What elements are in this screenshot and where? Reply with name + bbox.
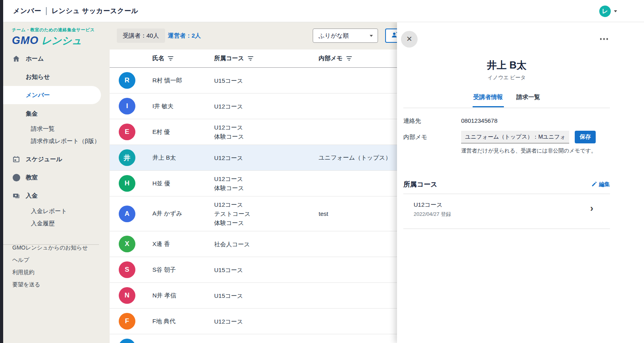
row-avatar-cell: X <box>110 236 152 252</box>
sidebar: チーム・教室のための連絡集金サービス GMOレンシュ ホーム お知らせ メンバー… <box>3 22 110 343</box>
course-line: U15コース <box>214 76 319 85</box>
filter-icon[interactable] <box>248 56 253 61</box>
course-line: U12コース <box>214 317 319 326</box>
member-courses: U12コース <box>214 150 319 166</box>
course-registered-date: 2022/04/27 登録 <box>414 211 451 218</box>
dot-icon <box>606 38 608 40</box>
logo-gmo: GMO <box>12 34 39 46</box>
banknote-icon <box>12 191 21 200</box>
column-memo: 内部メモ <box>319 55 343 62</box>
sidebar-item-schedule[interactable]: スケジュール <box>3 152 110 166</box>
calendar-icon <box>12 155 21 164</box>
course-item[interactable]: U12コース 2022/04/27 登録 › <box>403 199 610 227</box>
row-avatar: 井 <box>119 149 135 166</box>
page-title: メンバー レンシュ サッカースクール <box>13 6 138 15</box>
course-line: U15コース <box>214 265 319 274</box>
member-courses: 社会人コース <box>214 236 319 252</box>
sidebar-item-invoice-list[interactable]: 請求一覧 <box>3 122 110 135</box>
tab-student-info[interactable]: 受講者情報 <box>473 93 504 107</box>
chevron-down-icon <box>370 35 373 37</box>
course-line: U12コース <box>214 123 319 132</box>
account-menu[interactable]: レ <box>599 6 617 17</box>
more-options-button[interactable] <box>600 38 608 40</box>
member-name: S谷 朝子 <box>152 266 214 274</box>
account-avatar[interactable]: レ <box>599 6 611 17</box>
contact-label: 連絡先 <box>403 117 421 125</box>
member-courses: U12コース体験コース <box>214 171 319 196</box>
member-name: R村 慎一郎 <box>152 77 214 84</box>
row-avatar: X <box>119 236 135 252</box>
sidebar-item-deposit-report[interactable]: 入金レポート <box>3 204 110 218</box>
sort-order-value: ふりがな順 <box>319 32 349 40</box>
sidebar-item-notices[interactable]: お知らせ <box>3 70 110 84</box>
chevron-down-icon <box>614 10 617 12</box>
edit-courses-link[interactable]: 編集 <box>591 181 610 188</box>
member-name: 井上 B太 <box>152 154 214 162</box>
footer-link-news[interactable]: GMOレンシュからのお知らせ <box>12 243 88 253</box>
member-name: I井 敏夫 <box>152 103 214 110</box>
home-icon <box>12 54 21 63</box>
member-name: H並 優 <box>152 180 214 187</box>
sidebar-item-deposit-history[interactable]: 入金履歴 <box>3 217 110 230</box>
row-avatar: F <box>119 313 135 330</box>
courses-section-title: 所属コース <box>403 180 437 189</box>
contact-value: 08012345678 <box>461 117 498 124</box>
section-divider <box>403 194 610 194</box>
tab-invoice-list[interactable]: 請求一覧 <box>516 93 541 107</box>
sidebar-item-collection[interactable]: 集金 <box>3 107 110 120</box>
students-count-chip[interactable]: 受講者：40人 <box>117 29 165 43</box>
top-bar: メンバー レンシュ サッカースクール レ <box>3 0 644 22</box>
course-line: 体験コース <box>214 132 319 141</box>
sort-order-select[interactable]: ふりがな順 <box>313 29 378 43</box>
member-full-name: 井上 B太 <box>403 59 610 72</box>
row-avatar-cell: F <box>110 313 152 330</box>
panel-tabs: 受講者情報 請求一覧 <box>403 93 610 107</box>
row-avatar-cell: E <box>110 124 152 140</box>
chevron-right-icon: › <box>590 203 593 214</box>
save-button[interactable]: 保存 <box>575 131 596 143</box>
footer-link-help[interactable]: ヘルプ <box>12 255 29 265</box>
course-line: 社会人コース <box>214 240 319 249</box>
dot-icon <box>600 38 602 40</box>
row-avatar-cell: A <box>110 206 152 222</box>
row-avatar-cell <box>110 339 152 343</box>
row-avatar: H <box>119 175 135 192</box>
close-icon: × <box>407 34 412 44</box>
course-line: 体験コース <box>214 183 319 192</box>
course-line: U12コース <box>214 102 319 111</box>
memo-label: 内部メモ <box>403 133 427 141</box>
course-name: U12コース <box>414 201 443 209</box>
course-line: テストコース <box>214 209 319 218</box>
course-line: U15コース <box>214 291 319 300</box>
footer-link-terms[interactable]: 利用規約 <box>12 268 34 277</box>
member-courses: U15コース <box>214 72 319 89</box>
member-name: A井 かずみ <box>152 210 214 217</box>
footer-link-feedback[interactable]: 要望を送る <box>12 280 40 290</box>
sidebar-item-deposits[interactable]: 入金 <box>3 189 110 202</box>
tabs-divider <box>403 108 610 108</box>
member-avatar: 井 <box>497 35 517 55</box>
member-name: X邊 香 <box>152 240 214 248</box>
sidebar-item-invoice-report[interactable]: 請求作成レポート（β版） <box>3 134 110 148</box>
row-avatar: A <box>119 206 135 222</box>
member-furigana: イノウエ ビータ <box>403 74 610 81</box>
filter-icon[interactable] <box>346 56 352 61</box>
sidebar-item-classroom[interactable]: 教室 <box>3 171 110 184</box>
memo-input[interactable] <box>461 131 569 143</box>
page-title-school: レンシュ サッカースクール <box>51 6 138 15</box>
column-name: 氏名 <box>152 55 164 62</box>
filter-icon[interactable] <box>168 56 173 61</box>
dot-icon <box>603 38 605 40</box>
sidebar-item-members[interactable]: メンバー <box>3 88 110 102</box>
member-courses: U12コース <box>214 98 319 114</box>
column-course: 所属コース <box>214 55 244 62</box>
member-courses: U12コーステストコース体験コース <box>214 196 319 231</box>
close-button[interactable]: × <box>401 31 418 48</box>
row-avatar: I <box>119 98 135 114</box>
course-line: U12コース <box>214 153 319 162</box>
managers-count-link[interactable]: 運営者：2人 <box>168 29 201 43</box>
member-name: E村 優 <box>152 128 214 136</box>
window-edge-strip <box>0 0 3 343</box>
sidebar-item-home[interactable]: ホーム <box>3 52 110 65</box>
brand-tagline: チーム・教室のための連絡集金サービス <box>12 27 95 33</box>
